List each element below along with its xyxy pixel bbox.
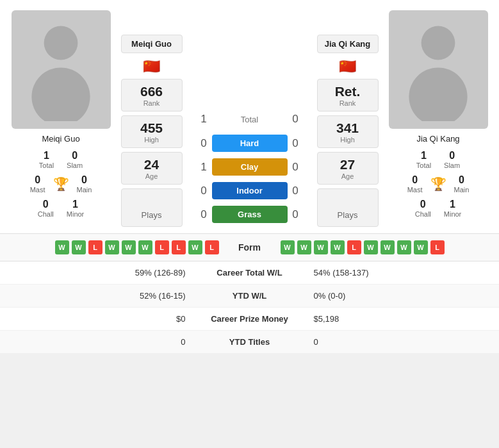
total-row: 1 Total 0 <box>188 110 311 129</box>
left-player-avatar <box>12 10 111 129</box>
stats-left-val: 52% (16-15) <box>10 291 199 301</box>
left-stat-cards: Meiqi Guo 🇨🇳 666 Rank 455 High 24 Age Pl… <box>118 10 185 227</box>
center-column: 1 Total 0 0 Hard 0 1 Clay 0 0 Indoor <box>188 10 311 227</box>
left-plays-card: Plays <box>121 188 183 227</box>
form-badge-right: W <box>297 240 311 254</box>
form-badge-right: W <box>414 240 428 254</box>
indoor-button[interactable]: Indoor <box>212 182 288 199</box>
left-player-name: Meiqi Guo <box>42 134 79 144</box>
left-slam-stat: 0 Slam <box>67 150 83 169</box>
right-high-card: 341 High <box>317 115 379 148</box>
stats-center-label: YTD W/L <box>199 291 301 301</box>
left-name-card: Meiqi Guo <box>121 35 183 53</box>
left-minor-stat: 1 Minor <box>67 199 85 218</box>
form-badge-left: W <box>138 240 152 254</box>
form-center-label: Form <box>224 242 275 253</box>
right-trophy-icon: 🏆 <box>430 176 446 192</box>
svg-point-0 <box>44 26 78 60</box>
surface-row-indoor: 0 Indoor 0 <box>188 179 311 203</box>
left-player-section: Meiqi Guo 1 Total 0 Slam 0 Mast 🏆 0 <box>6 10 115 227</box>
stats-right-val: 0 <box>301 337 489 347</box>
left-flag: 🇨🇳 <box>143 58 160 75</box>
svg-point-3 <box>409 67 467 121</box>
form-badge-left: W <box>105 240 119 254</box>
right-chall-stat: 0 Chall <box>415 199 431 218</box>
stats-center-label: Career Prize Money <box>199 314 301 324</box>
right-slam-stat: 0 Slam <box>444 150 460 169</box>
left-chall-stat: 0 Chall <box>38 199 54 218</box>
left-trophy-icon: 🏆 <box>53 176 69 192</box>
right-stat-cards: Jia Qi Kang 🇨🇳 Ret. Rank 341 High 27 Age… <box>314 10 381 227</box>
right-age-card: 27 Age <box>317 152 379 185</box>
right-player-name: Jia Qi Kang <box>416 134 459 144</box>
clay-button[interactable]: Clay <box>212 158 288 176</box>
left-total-stat: 1 Total <box>39 150 54 169</box>
form-badge-left: W <box>122 240 136 254</box>
surface-row-grass: 0 Grass 0 <box>188 203 311 226</box>
form-badge-left: L <box>205 240 219 254</box>
form-badge-right: W <box>331 240 345 254</box>
form-badge-right: W <box>397 240 411 254</box>
surface-row-clay: 1 Clay 0 <box>188 155 311 179</box>
right-flag: 🇨🇳 <box>339 58 356 75</box>
surface-row-hard: 0 Hard 0 <box>188 131 311 155</box>
form-section: WWLWWWLLWL Form WWWWLWWWWL <box>0 233 499 261</box>
stats-left-val: $0 <box>10 314 199 324</box>
stats-left-val: 0 <box>10 337 199 347</box>
right-player-avatar <box>389 10 488 129</box>
svg-point-2 <box>421 26 455 60</box>
hard-button[interactable]: Hard <box>212 135 288 152</box>
right-main-stat: 0 Main <box>454 174 470 194</box>
right-minor-stat: 1 Minor <box>444 199 462 218</box>
right-rank-card: Ret. Rank <box>317 79 379 112</box>
left-main-stat: 0 Main <box>77 174 92 194</box>
stats-right-val: 54% (158-137) <box>301 268 489 278</box>
form-badge-left: L <box>88 240 102 254</box>
stats-center-label: YTD Titles <box>199 337 301 347</box>
stats-row: 52% (16-15) YTD W/L 0% (0-0) <box>0 285 499 308</box>
form-badge-left: L <box>155 240 169 254</box>
stats-row: $0 Career Prize Money $5,198 <box>0 308 499 331</box>
left-age-card: 24 Age <box>121 152 183 185</box>
stats-right-val: 0% (0-0) <box>301 291 489 301</box>
form-badge-left: W <box>188 240 202 254</box>
form-left: WWLWWWLLWL <box>10 240 219 254</box>
right-player-section: Jia Qi Kang 1 Total 0 Slam 0 Mast 🏆 0 <box>384 10 493 227</box>
left-rank-card: 666 Rank <box>121 79 183 112</box>
stats-row: 0 YTD Titles 0 <box>0 331 499 354</box>
form-badge-right: L <box>347 240 361 254</box>
svg-point-1 <box>31 67 90 121</box>
form-badge-right: W <box>364 240 378 254</box>
stats-center-label: Career Total W/L <box>199 268 301 278</box>
form-badge-left: W <box>55 240 69 254</box>
surface-rows: 0 Hard 0 1 Clay 0 0 Indoor 0 0 Grass <box>188 131 311 226</box>
stats-right-val: $5,198 <box>301 314 489 324</box>
form-badge-right: W <box>380 240 395 254</box>
left-mast-stat: 0 Mast <box>30 174 45 194</box>
form-right: WWWWLWWWWL <box>281 240 489 254</box>
main-container: Meiqi Guo 1 Total 0 Slam 0 Mast 🏆 0 <box>0 0 499 354</box>
left-high-card: 455 High <box>121 115 183 148</box>
right-name-card: Jia Qi Kang <box>317 35 379 53</box>
stats-row: 59% (126-89) Career Total W/L 54% (158-1… <box>0 261 499 285</box>
layout-wrapper: Meiqi Guo 1 Total 0 Slam 0 Mast 🏆 0 <box>0 0 499 233</box>
stats-table: 59% (126-89) Career Total W/L 54% (158-1… <box>0 261 499 354</box>
right-total-stat: 1 Total <box>416 150 431 169</box>
form-badge-right: L <box>430 240 445 254</box>
form-badge-left: W <box>72 240 86 254</box>
form-badge-right: W <box>281 240 295 254</box>
form-badge-right: W <box>314 240 328 254</box>
form-badge-left: L <box>172 240 186 254</box>
grass-button[interactable]: Grass <box>212 206 288 223</box>
right-plays-card: Plays <box>317 188 379 227</box>
right-mast-stat: 0 Mast <box>407 174 423 194</box>
stats-left-val: 59% (126-89) <box>10 268 199 278</box>
